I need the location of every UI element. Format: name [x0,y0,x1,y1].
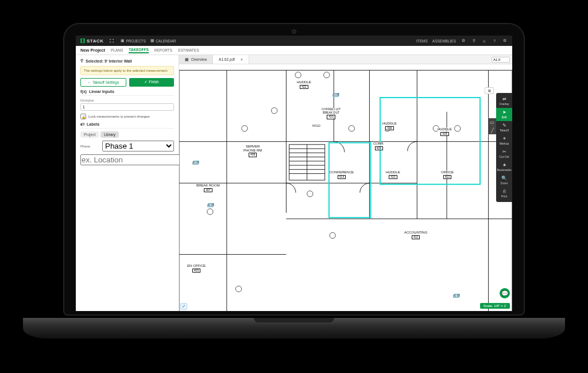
tool-markup[interactable]: ✶Markup [496,134,512,147]
lock-icon[interactable]: 🔒 [80,114,86,119]
grid-icon: ▦ [185,57,189,62]
finish-button[interactable]: ✓ Finish [129,78,174,87]
goto-page-input[interactable] [492,57,510,63]
tool-bookmark[interactable]: ★Bookmarks [496,161,512,174]
lock-label: Lock measurements to prevent changes [88,115,150,118]
svg-text:2: 2 [273,110,275,112]
tab-plans[interactable]: PLANS [111,48,123,52]
plan-callout-2[interactable]: A1.05 [192,161,199,165]
room-huddle-422: HUDDLE422 [297,80,311,89]
sub-nav: New Project PLANS TAKEOFFS REPORTS ESTIM… [76,46,512,55]
scale-indicator[interactable]: Scale: 1/8" = 1' [480,303,510,309]
phase-label: Phase [80,145,100,148]
svg-text:15: 15 [456,127,459,130]
plan-callout-3[interactable]: A1.05 [207,203,214,207]
svg-text:5: 5 [238,288,239,291]
plan-callout-4[interactable]: A1.05 [453,294,459,298]
multiplier-input[interactable] [80,103,174,111]
project-name[interactable]: New Project [80,48,105,53]
layers-button[interactable]: ≋ [485,87,494,94]
tab-reports[interactable]: REPORTS [154,48,172,52]
svg-text:2: 2 [210,211,211,213]
markup-icon: ✶ [502,137,506,141]
svg-text:2: 2 [244,127,246,130]
right-toolbar: ⇄Overlay ➤Edit ✎Takeoff ✶Markup ✂Cut-Out… [496,93,512,202]
notification-icon[interactable]: ⚲ [471,38,477,44]
plan-callout-1[interactable]: A1.05 [332,93,339,97]
svg-text:15: 15 [325,74,328,77]
app-screen: STACK ⛶ ▣ PROJECTS ▦ CALENDAR ITEMS ASSE… [76,36,512,311]
svg-text:15: 15 [308,193,312,196]
nav-projects[interactable]: ▣ PROJECTS [121,38,146,43]
tool-zoom[interactable]: 🔍Zoom [496,174,512,187]
shape-line[interactable]: ╱ [488,126,496,134]
tab-estimates[interactable]: ESTIMATES [178,48,199,52]
cursor-icon: ➤ [502,110,506,115]
left-panel: ⚲Selected: 9' Interior Wall The settings… [76,55,179,311]
tool-print[interactable]: ⎙Print [496,187,512,200]
room-conference: CONFERENCE414 [330,170,354,179]
room-open-office: EN OFFICE405 [187,264,206,273]
brand-logo[interactable]: STACK [80,38,103,44]
room-server: SERVER PHONE RM408 [243,145,262,157]
nav-items[interactable]: ITEMS [416,39,428,43]
room-break: BREAK ROOM407 [196,184,220,192]
expand-icon[interactable]: ⛶ [109,38,115,44]
tool-takeoff[interactable]: ✎Takeoff [496,121,512,134]
room-coffee: COFFEE / LVT BREAK OUT421 [322,108,341,119]
multiplier-label: Multiplier [80,99,174,102]
chat-fab[interactable]: 💬 [500,288,510,298]
room-accounting: ACCOUNTING411 [404,231,427,239]
shape-rect[interactable]: ▭ [488,118,496,126]
gear-icon[interactable]: ⚙ [502,38,508,44]
shape-toolbar: ▭ ╱ [488,118,496,134]
top-bar: STACK ⛶ ▣ PROJECTS ▦ CALENDAR ITEMS ASSE… [76,36,512,46]
scissors-icon: ✂ [502,150,506,154]
tab-active-doc[interactable]: A1.02.pdf × [213,55,249,64]
person-icon: ⚲ [80,59,83,63]
floorplan-svg: 15 15 2 2 2 5 15 15 15 2 5 5 [179,64,512,311]
svg-text:2: 2 [351,127,353,130]
gift-icon[interactable]: ⚙ [461,38,466,44]
tool-overlay[interactable]: ⇄Overlay [496,95,512,108]
room-corr: CORR.423 [373,142,384,150]
phase-select[interactable]: Phase 1 [102,141,174,151]
close-tab-icon[interactable]: × [241,57,243,61]
room-huddle-415: HUDDLE415 [438,127,452,136]
bookmark-icon: ★ [502,163,506,168]
laptop-base [23,318,565,339]
help-icon[interactable]: ? [492,38,497,44]
tab-overview[interactable]: ▦Overview [179,55,213,64]
tool-cutout[interactable]: ✂Cut-Out [496,147,512,161]
document-tabs: ▦Overview A1.02.pdf × [179,55,512,64]
svg-text:15: 15 [297,74,300,77]
pencil-icon: ✎ [502,123,506,128]
room-hold: HOLD [312,125,320,128]
room-office: OFFICE412 [441,170,454,179]
zoom-icon: 🔍 [501,176,507,181]
room-huddle-416: HUDDLE416 [382,122,397,130]
selected-header: ⚲Selected: 9' Interior Wall [80,59,174,63]
drawing-canvas[interactable]: 15 15 2 2 2 5 15 15 15 2 5 5 [179,64,512,311]
overlay-icon: ⇄ [502,97,506,102]
chat-icon: 💬 [501,290,508,297]
nav-calendar[interactable]: ▦ CALENDAR [150,38,176,43]
settings-notice: The settings below apply to the selected… [80,66,174,75]
takeoff-settings-button[interactable]: ← Takeoff Settings [80,78,126,87]
tool-edit[interactable]: ➤Edit [496,108,512,121]
location-input[interactable] [80,154,180,165]
labels-tab-library[interactable]: Library [100,131,119,138]
labels-header: 🏷Labels [80,122,174,129]
room-huddle-413: HUDDLE413 [386,170,400,179]
linear-inputs-header: f(x)Linear Inputs [80,90,174,96]
zoom-hint[interactable]: ⤢ [180,303,187,310]
svg-rect-0 [179,70,512,311]
svg-rect-21 [329,143,370,217]
svg-text:5: 5 [332,234,334,237]
users-icon[interactable]: ☺ [481,38,487,44]
labels-tab-project[interactable]: Project [80,131,99,138]
print-icon: ⎙ [503,189,506,194]
nav-assemblies[interactable]: ASSEMBLIES [432,39,456,43]
tab-takeoffs[interactable]: TAKEOFFS [129,48,149,53]
stack-logo-icon [80,38,85,43]
